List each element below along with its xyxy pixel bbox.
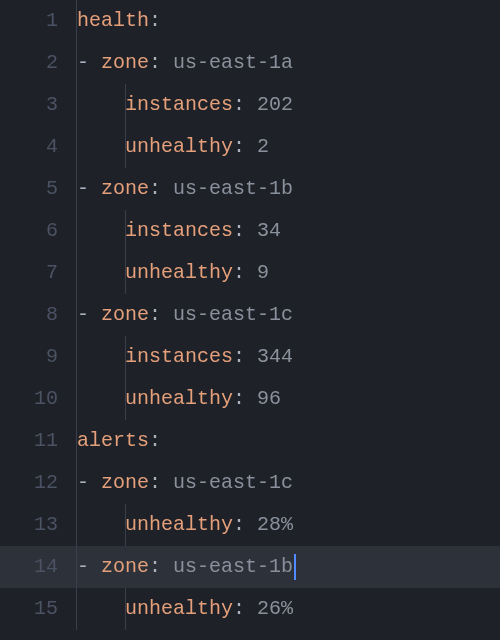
yaml-colon: : [149,0,161,42]
yaml-key: zone [101,546,149,588]
yaml-colon: : [149,546,173,588]
yaml-key: unhealthy [125,126,233,168]
indent-guide [125,126,126,168]
yaml-colon: : [233,126,257,168]
yaml-key: unhealthy [125,252,233,294]
indent-guide [125,84,126,126]
yaml-value: 28% [257,504,293,546]
yaml-colon: : [233,378,257,420]
indent-guide [125,336,126,378]
line-number: 8 [0,294,76,336]
yaml-value: 26% [257,588,293,630]
line-number: 3 [0,84,76,126]
yaml-value: us-east-1c [173,294,293,336]
code-line[interactable]: 12- zone: us-east-1c [0,462,500,504]
yaml-key: instances [125,336,233,378]
yaml-colon: : [233,504,257,546]
code-content[interactable]: health: [77,0,161,42]
code-content[interactable]: unhealthy: 2 [77,126,269,168]
code-line[interactable]: 10 unhealthy: 96 [0,378,500,420]
indent [77,378,125,420]
code-line[interactable]: 9 instances: 344 [0,336,500,378]
yaml-colon: : [233,588,257,630]
yaml-key: zone [101,42,149,84]
indent [77,84,125,126]
indent-guide [125,252,126,294]
code-line[interactable]: 4 unhealthy: 2 [0,126,500,168]
yaml-key: unhealthy [125,378,233,420]
code-content[interactable]: - zone: us-east-1c [77,294,293,336]
code-content[interactable]: unhealthy: 28% [77,504,293,546]
line-number: 10 [0,378,76,420]
text-cursor [294,554,296,580]
yaml-value: us-east-1b [173,168,293,210]
yaml-colon: : [233,210,257,252]
yaml-key: instances [125,210,233,252]
yaml-dash: - [77,42,101,84]
yaml-value: us-east-1c [173,462,293,504]
code-editor[interactable]: 1health:2- zone: us-east-1a3 instances: … [0,0,500,640]
yaml-colon: : [149,420,161,462]
yaml-colon: : [149,462,173,504]
code-line[interactable]: 11alerts: [0,420,500,462]
yaml-value: 34 [257,210,281,252]
yaml-dash: - [77,168,101,210]
code-line[interactable]: 5- zone: us-east-1b [0,168,500,210]
line-number: 11 [0,420,76,462]
line-number: 1 [0,0,76,42]
line-number: 7 [0,252,76,294]
yaml-colon: : [149,294,173,336]
yaml-value: 202 [257,84,293,126]
line-number: 2 [0,42,76,84]
code-line[interactable]: 14- zone: us-east-1b [0,546,500,588]
yaml-colon: : [149,42,173,84]
yaml-colon: : [233,252,257,294]
yaml-colon: : [149,168,173,210]
code-line[interactable]: 7 unhealthy: 9 [0,252,500,294]
code-content[interactable]: - zone: us-east-1b [77,168,293,210]
code-line[interactable]: 13 unhealthy: 28% [0,504,500,546]
yaml-key: zone [101,462,149,504]
code-line[interactable]: 1health: [0,0,500,42]
code-content[interactable]: unhealthy: 9 [77,252,269,294]
code-content[interactable]: instances: 344 [77,336,293,378]
indent [77,252,125,294]
yaml-key: instances [125,84,233,126]
yaml-value: us-east-1b [173,546,293,588]
yaml-key: health [77,0,149,42]
code-content[interactable]: unhealthy: 96 [77,378,281,420]
indent [77,588,125,630]
yaml-key: unhealthy [125,588,233,630]
code-content[interactable]: instances: 202 [77,84,293,126]
line-number: 14 [0,546,76,588]
indent-guide [125,504,126,546]
code-line[interactable]: 15 unhealthy: 26% [0,588,500,630]
code-content[interactable]: unhealthy: 26% [77,588,293,630]
yaml-value: 344 [257,336,293,378]
code-line[interactable]: 8- zone: us-east-1c [0,294,500,336]
yaml-colon: : [233,336,257,378]
code-content[interactable]: instances: 34 [77,210,281,252]
yaml-value: 9 [257,252,269,294]
line-number: 6 [0,210,76,252]
yaml-value: us-east-1a [173,42,293,84]
indent-guide [125,378,126,420]
yaml-dash: - [77,462,101,504]
indent [77,336,125,378]
line-number: 4 [0,126,76,168]
code-content[interactable]: - zone: us-east-1b [77,546,296,588]
code-content[interactable]: - zone: us-east-1c [77,462,293,504]
code-content[interactable]: alerts: [77,420,161,462]
code-line[interactable]: 3 instances: 202 [0,84,500,126]
yaml-dash: - [77,546,101,588]
code-line[interactable]: 6 instances: 34 [0,210,500,252]
line-number: 12 [0,462,76,504]
yaml-key: zone [101,168,149,210]
code-line[interactable]: 2- zone: us-east-1a [0,42,500,84]
indent [77,126,125,168]
indent [77,504,125,546]
line-number: 13 [0,504,76,546]
code-content[interactable]: - zone: us-east-1a [77,42,293,84]
yaml-dash: - [77,294,101,336]
yaml-key: alerts [77,420,149,462]
